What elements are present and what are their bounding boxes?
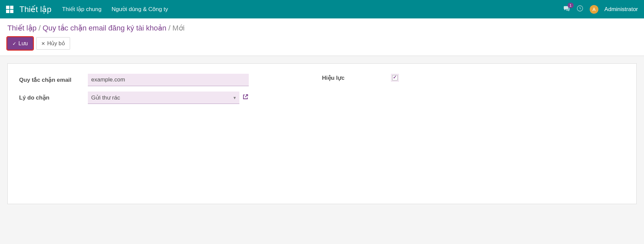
breadcrumb-item-rules[interactable]: Quy tắc chặn email đăng ký tài khoản — [43, 24, 166, 33]
close-icon: ✕ — [41, 41, 45, 46]
discard-button-label: Hủy bỏ — [47, 40, 65, 47]
check-icon: ✓ — [12, 41, 16, 46]
form-left-column: Quy tắc chặn email Lý do chặn ▼ — [19, 74, 322, 109]
form-right-column: Hiệu lực — [322, 74, 625, 109]
save-button-label: Lưu — [18, 40, 28, 47]
notification-badge: 1 — [568, 3, 574, 8]
brand-title[interactable]: Thiết lập — [19, 5, 51, 14]
nav-right: 1 A Administrator — [563, 5, 638, 14]
user-menu[interactable]: Administrator — [604, 6, 638, 13]
breadcrumb-current: Mới — [172, 24, 184, 33]
top-navbar: Thiết lập Thiết lập chung Người dùng & C… — [0, 0, 644, 18]
external-link-icon[interactable] — [242, 94, 249, 102]
control-buttons: ✓ Lưu ✕ Hủy bỏ — [7, 37, 637, 50]
label-block-reason: Lý do chặn — [19, 94, 88, 101]
field-active: Hiệu lực — [322, 74, 625, 82]
field-block-reason: Lý do chặn ▼ — [19, 92, 322, 104]
breadcrumb-separator: / — [39, 24, 41, 33]
avatar[interactable]: A — [590, 5, 598, 14]
control-panel: Thiết lập / Quy tắc chặn email đăng ký t… — [0, 18, 644, 56]
breadcrumb-item-settings[interactable]: Thiết lập — [7, 24, 37, 33]
nav-link-users-company[interactable]: Người dùng & Công ty — [112, 6, 168, 13]
select-block-reason[interactable] — [88, 92, 239, 104]
messaging-menu[interactable]: 1 — [563, 5, 570, 13]
save-button[interactable]: ✓ Lưu — [7, 37, 33, 50]
apps-icon[interactable] — [6, 6, 13, 13]
discard-button[interactable]: ✕ Hủy bỏ — [36, 37, 70, 50]
content: Quy tắc chặn email Lý do chặn ▼ — [0, 56, 644, 211]
form-sheet: Quy tắc chặn email Lý do chặn ▼ — [7, 63, 637, 204]
field-block-rule: Quy tắc chặn email — [19, 74, 322, 86]
nav-link-general-settings[interactable]: Thiết lập chung — [62, 6, 101, 13]
breadcrumb: Thiết lập / Quy tắc chặn email đăng ký t… — [7, 24, 637, 33]
label-block-rule: Quy tắc chặn email — [19, 76, 88, 83]
checkbox-active[interactable] — [392, 75, 398, 80]
breadcrumb-separator: / — [168, 24, 170, 33]
activity-icon[interactable] — [576, 5, 584, 14]
input-block-rule[interactable] — [88, 74, 249, 86]
label-active: Hiệu lực — [322, 74, 391, 81]
